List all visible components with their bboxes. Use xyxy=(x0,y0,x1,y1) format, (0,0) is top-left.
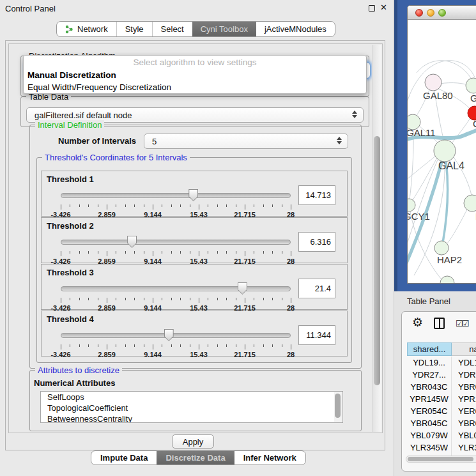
network-node[interactable] xyxy=(425,74,441,91)
tab-jactivemnodules[interactable]: jActiveMNodules xyxy=(256,22,335,36)
dropdown-option-equal-width[interactable]: Equal Width/Frequency Discretization xyxy=(24,81,366,93)
threshold-value-field[interactable]: 14.713 xyxy=(298,185,335,205)
table-panel: Table Panel ⚙ ☑☑ shared...na YDL19...YDL… xyxy=(394,291,476,476)
number-of-intervals-select[interactable]: 5 xyxy=(144,134,348,149)
column-header[interactable]: shared... xyxy=(407,342,452,356)
tab-select[interactable]: Select xyxy=(152,22,192,36)
threshold-label: Threshold 2 xyxy=(47,221,94,231)
attribute-item[interactable]: TopologicalCoefficient xyxy=(41,403,342,413)
slider-ticks xyxy=(61,298,291,303)
thresholds-group: Threshold's Coordinates for 5 Intervals … xyxy=(36,157,352,363)
threshold-slider[interactable]: -3.4262.8599.14415.4321.71528 xyxy=(59,281,292,309)
cyni-mode-tab-bar: Impute DataDiscretize DataInfer Network xyxy=(91,450,306,465)
node-label: GAL4 xyxy=(438,160,464,171)
node-table: ⚙ ☑☑ shared...na YDL19...YDL1YDR27...YDR… xyxy=(401,311,476,472)
attribute-item[interactable]: SelfLoops xyxy=(41,392,342,403)
attributes-group-title: Attributes to discretize xyxy=(35,365,122,375)
network-node[interactable] xyxy=(440,276,454,284)
slider-thumb[interactable] xyxy=(127,236,137,248)
network-window-titlebar[interactable] xyxy=(408,6,476,20)
slider-track[interactable] xyxy=(61,286,291,291)
table-header-row: shared...na xyxy=(407,342,476,356)
algorithm-dropdown-popup: Select algorithm to view settings Manual… xyxy=(23,55,367,94)
table-row[interactable]: YPR145WYPR1 xyxy=(407,393,476,405)
number-of-intervals-label: Number of Intervals xyxy=(58,136,136,146)
tab-style[interactable]: Style xyxy=(116,22,152,36)
network-node[interactable] xyxy=(464,195,476,211)
slider-thumb[interactable] xyxy=(238,282,247,295)
threshold-slider[interactable]: -3.4262.8599.14415.4321.71528 xyxy=(59,188,292,216)
threshold-value-field[interactable]: 21.4 xyxy=(298,279,335,298)
slider-track[interactable] xyxy=(61,333,291,338)
vertical-scrollbar[interactable] xyxy=(372,45,381,432)
threshold-label: Threshold 4 xyxy=(47,314,94,324)
node-label: C xyxy=(473,118,476,129)
select-columns-icon[interactable]: ☑☑ xyxy=(456,319,468,328)
tab-label: jActiveMNodules xyxy=(265,24,326,34)
tab-network[interactable]: Network xyxy=(57,22,116,36)
table-row[interactable]: YDL19...YDL1 xyxy=(407,357,476,369)
minimize-traffic-light[interactable] xyxy=(427,9,434,17)
float-window-icon[interactable] xyxy=(369,5,375,12)
slider-track[interactable] xyxy=(61,193,291,198)
threshold-panel: Threshold 2 -3.4262.8599.14415.4321.7152… xyxy=(41,217,348,263)
table-row[interactable]: YER054CYER0 xyxy=(407,405,476,417)
network-node[interactable] xyxy=(434,140,456,162)
slider-thumb[interactable] xyxy=(188,189,198,201)
network-canvas[interactable]: GAL80GACGAL11GAL4GCY1HHAP2 xyxy=(408,20,476,284)
node-label: GCY1 xyxy=(408,211,430,222)
tab-discretize-data[interactable]: Discretize Data xyxy=(157,451,234,464)
column-layout-icon[interactable] xyxy=(434,318,445,329)
threshold-slider[interactable]: -3.4262.8599.14415.4321.71528 xyxy=(59,234,292,263)
threshold-value-field[interactable]: 6.316 xyxy=(298,232,335,252)
table-row[interactable]: YBL079WYBL0 xyxy=(407,429,476,441)
network-view-window[interactable]: GAL80GACGAL11GAL4GCY1HHAP2 xyxy=(407,5,476,284)
numerical-attributes-label: Numerical Attributes xyxy=(34,378,115,388)
cyni-panel: Discretization Algorithm Table Data galF… xyxy=(5,40,385,450)
cytoscape-desktop: Control Panel ✕ NetworkStyleSelectCyni T… xyxy=(0,0,476,476)
apply-button[interactable]: Apply xyxy=(172,434,214,449)
network-node[interactable] xyxy=(434,241,449,255)
horizontal-scrollbar[interactable] xyxy=(406,456,476,463)
threshold-value-field[interactable]: 11.344 xyxy=(298,325,335,345)
dropdown-option-manual[interactable]: Manual Discretization xyxy=(24,69,366,81)
threshold-slider[interactable]: -3.4262.8599.14415.4321.71528 xyxy=(59,328,292,356)
slider-ticks xyxy=(61,251,291,257)
slider-track[interactable] xyxy=(61,240,291,245)
list-scrollbar[interactable] xyxy=(334,392,342,422)
tab-label: Cyni Toolbox xyxy=(201,24,248,34)
threshold-panel: Threshold 1 -3.4262.8599.14415.4321.7152… xyxy=(41,171,348,217)
close-traffic-light[interactable] xyxy=(415,9,423,17)
combo-arrows-icon xyxy=(352,111,357,118)
slider-ticks xyxy=(61,344,291,350)
control-panel-titlebar: Control Panel ✕ xyxy=(0,0,394,17)
scrollbar-thumb[interactable] xyxy=(408,457,473,461)
slider-thumb[interactable] xyxy=(164,329,174,341)
close-icon[interactable]: ✕ xyxy=(380,3,387,12)
numerical-attributes-list[interactable]: SelfLoopsTopologicalCoefficientBetweenne… xyxy=(40,391,343,423)
table-row[interactable]: YBR043CYBR0 xyxy=(407,381,476,393)
table-data-value: galFiltered.sif default node xyxy=(35,111,132,120)
table-row[interactable]: YBR045CYBR0 xyxy=(407,417,476,429)
attributes-group: Attributes to discretize Numerical Attri… xyxy=(29,370,362,431)
scrollbar-thumb[interactable] xyxy=(374,136,380,385)
network-nodes: GAL80GACGAL11GAL4GCY1HHAP2 xyxy=(408,74,476,284)
network-node[interactable] xyxy=(408,199,415,211)
gear-icon[interactable]: ⚙ xyxy=(412,315,423,330)
threshold-panel: Threshold 4 -3.4262.8599.14415.4321.7152… xyxy=(41,311,348,357)
zoom-traffic-light[interactable] xyxy=(438,9,446,17)
tab-impute-data[interactable]: Impute Data xyxy=(91,451,157,464)
table-row[interactable]: YDR27...YDR2 xyxy=(407,369,476,381)
column-header[interactable]: na xyxy=(452,342,476,356)
network-icon xyxy=(65,25,73,34)
desktop-background: GAL80GACGAL11GAL4GCY1HHAP2 xyxy=(394,0,476,291)
threshold-label: Threshold 1 xyxy=(47,174,94,184)
table-row[interactable]: YLR345WYLR3 xyxy=(407,441,476,454)
tab-cyni-toolbox[interactable]: Cyni Toolbox xyxy=(192,22,256,36)
node-label: GAL11 xyxy=(408,127,436,138)
table-body: YDL19...YDL1YDR27...YDR2YBR043CYBR0YPR14… xyxy=(407,357,476,456)
network-node[interactable] xyxy=(466,78,476,93)
tab-label: Select xyxy=(161,24,184,34)
tab-infer-network[interactable]: Infer Network xyxy=(234,451,305,464)
attribute-item[interactable]: BetweennessCentrality xyxy=(41,413,342,423)
